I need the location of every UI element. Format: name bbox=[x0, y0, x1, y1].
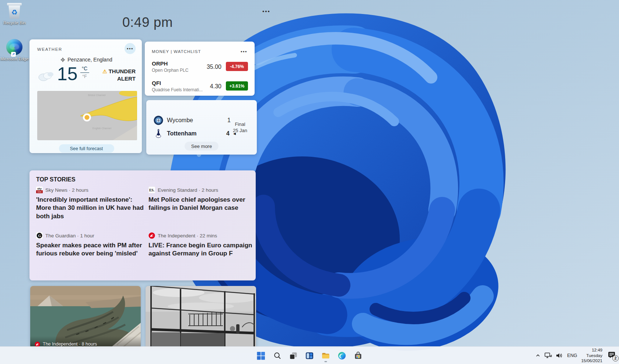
guardian-icon: G bbox=[36, 232, 43, 239]
running-indicator bbox=[325, 361, 327, 362]
stock-price: 35.00 bbox=[207, 64, 221, 70]
svg-text:sky: sky bbox=[37, 187, 42, 190]
story-independent[interactable]: The Independent · 22 mins LIVE: France b… bbox=[148, 232, 255, 258]
speaker-icon bbox=[556, 353, 563, 358]
shortcut-arrow-icon: ↗ bbox=[11, 52, 16, 57]
recycle-bin-icon: ♻ bbox=[6, 3, 23, 20]
stock-row[interactable]: ORPH Open Orphan PLC 35.00 -4.76% bbox=[152, 60, 249, 77]
stock-change-badge: -4.76% bbox=[226, 62, 248, 71]
home-team-name: Wycombe bbox=[167, 117, 193, 124]
story-meta: The Independent · 22 mins bbox=[158, 233, 217, 238]
story-headline[interactable]: Met Police chief apologises over failing… bbox=[148, 196, 255, 212]
story-headline[interactable]: 'Incredibly important milestone': More t… bbox=[36, 196, 144, 220]
tottenham-crest-icon bbox=[154, 129, 163, 138]
story-meta: Evening Standard · 2 hours bbox=[158, 187, 218, 193]
task-view-icon bbox=[289, 351, 298, 360]
windows-logo-icon bbox=[257, 351, 265, 360]
see-more-button[interactable]: See more bbox=[185, 142, 218, 151]
edge-shortcut[interactable]: ↗ Microsoft Edge bbox=[0, 39, 30, 61]
story-headline[interactable]: LIVE: France begin Euro campaign against… bbox=[148, 241, 255, 258]
start-button[interactable] bbox=[256, 350, 266, 361]
widgets-panel-clock: 0:49 pm bbox=[122, 15, 173, 30]
weather-alert[interactable]: ⚠THUNDER ALERT bbox=[102, 68, 136, 83]
match-status: Final 25 Jan bbox=[233, 121, 247, 134]
money-title: MONEY | WATCHLIST bbox=[152, 49, 201, 54]
task-view-button[interactable] bbox=[289, 350, 298, 361]
story-sky-news[interactable]: sky news Sky News · 2 hours 'Incredibly … bbox=[36, 187, 144, 220]
widgets-panel-menu-button[interactable]: ••• bbox=[262, 8, 270, 14]
story-headline[interactable]: Speaker makes peace with PM after furiou… bbox=[36, 241, 144, 258]
map-label-2: English Channel bbox=[92, 127, 111, 130]
cloudy-icon bbox=[37, 70, 54, 82]
story-meta: The Guardian · 1 hour bbox=[45, 233, 94, 238]
sky-news-icon: sky news bbox=[36, 187, 43, 193]
microsoft-store-icon bbox=[354, 351, 363, 360]
warning-triangle-icon: ⚠ bbox=[102, 68, 107, 74]
map-label-1: Bristol Channel bbox=[88, 94, 106, 96]
weather-title: WEATHER bbox=[37, 47, 62, 52]
svg-text:G: G bbox=[38, 234, 41, 238]
volume-tray-button[interactable] bbox=[556, 353, 563, 358]
search-icon bbox=[273, 351, 281, 360]
sports-score-widget[interactable]: Wycombe 1 Tottenham 4 ◀ Final 25 Jan See… bbox=[146, 100, 257, 155]
edge-button[interactable] bbox=[338, 350, 347, 361]
chevron-up-icon bbox=[535, 353, 541, 358]
weather-widget[interactable]: WEATHER ••• Penzance, England 15 °C °F bbox=[29, 39, 142, 153]
location-icon bbox=[60, 57, 65, 62]
desktop: ♻ Recycle Bin ↗ Microsoft Edge 0:49 pm •… bbox=[0, 0, 619, 364]
story-meta: Sky News · 2 hours bbox=[45, 187, 88, 193]
independent-icon bbox=[148, 232, 155, 239]
top-stories-title: TOP STORIES bbox=[36, 176, 249, 183]
tray-overflow-chevron[interactable] bbox=[535, 353, 541, 358]
tray-clock[interactable]: 12:49 Tuesday 15/06/2021 bbox=[581, 347, 602, 363]
file-explorer-icon bbox=[322, 351, 330, 360]
edge-icon bbox=[338, 351, 346, 360]
taskbar: ENG 12:49 Tuesday 15/06/2021 2 bbox=[0, 346, 619, 364]
fahrenheit-option[interactable]: °F bbox=[80, 74, 89, 79]
stock-row[interactable]: QFI Quadrise Fuels Internati... 4.30 +3.… bbox=[152, 80, 249, 96]
widgets-button[interactable] bbox=[305, 350, 314, 361]
recycle-bin-label: Recycle Bin bbox=[0, 21, 30, 25]
stock-price: 4.30 bbox=[210, 83, 221, 90]
search-button[interactable] bbox=[273, 350, 282, 361]
story-guardian[interactable]: G The Guardian · 1 hour Speaker makes pe… bbox=[36, 232, 144, 258]
money-menu-button[interactable]: ••• bbox=[238, 46, 249, 57]
weather-temperature: 15 bbox=[57, 65, 78, 83]
wycombe-crest-icon bbox=[154, 116, 163, 125]
tray-date: 15/06/2021 bbox=[581, 358, 602, 363]
edge-label: Microsoft Edge bbox=[0, 57, 30, 61]
celsius-option[interactable]: °C bbox=[80, 66, 89, 71]
tray-time: 12:49 bbox=[581, 347, 602, 353]
widgets-icon bbox=[305, 351, 314, 360]
language-indicator[interactable]: ENG bbox=[567, 353, 577, 358]
network-tray-button[interactable] bbox=[545, 353, 552, 358]
svg-text:news: news bbox=[37, 191, 42, 193]
svg-text:ES.: ES. bbox=[149, 188, 154, 192]
notification-count-badge: 2 bbox=[612, 355, 619, 361]
edge-icon: ↗ bbox=[6, 39, 23, 56]
black-white-photo bbox=[146, 286, 256, 349]
weather-menu-button[interactable]: ••• bbox=[125, 43, 136, 54]
photo-story-crocodile[interactable]: The Independent · 8 hours bbox=[30, 286, 141, 349]
weather-location: Penzance, England bbox=[67, 57, 112, 63]
story-evening-standard[interactable]: ES. Evening Standard · 2 hours Met Polic… bbox=[148, 187, 255, 212]
money-watchlist-widget[interactable]: MONEY | WATCHLIST ••• ORPH Open Orphan P… bbox=[145, 42, 255, 96]
file-explorer-button[interactable] bbox=[321, 350, 331, 361]
notification-center-button[interactable]: 2 bbox=[608, 351, 615, 360]
tray-day: Tuesday bbox=[581, 353, 602, 358]
photo-credit: The Independent · 8 hours bbox=[43, 342, 97, 347]
temperature-unit-toggle[interactable]: °C °F bbox=[80, 66, 89, 79]
home-team-score: 1 bbox=[227, 117, 231, 124]
see-full-forecast-button[interactable]: See full forecast bbox=[59, 144, 114, 153]
weather-alert-map[interactable]: Bristol Channel English Channel bbox=[37, 91, 137, 140]
recycle-bin-shortcut[interactable]: ♻ Recycle Bin bbox=[0, 3, 30, 25]
stock-change-badge: +3.61% bbox=[226, 81, 248, 91]
evening-standard-icon: ES. bbox=[148, 187, 155, 193]
top-stories-widget: TOP STORIES sky news Sky News · 2 hours … bbox=[29, 170, 256, 280]
ethernet-network-icon bbox=[545, 353, 552, 358]
away-team-score: 4 bbox=[226, 130, 230, 137]
photo-story-bw[interactable] bbox=[146, 286, 256, 349]
store-button[interactable] bbox=[354, 350, 363, 361]
away-team-name: Tottenham bbox=[167, 130, 197, 137]
